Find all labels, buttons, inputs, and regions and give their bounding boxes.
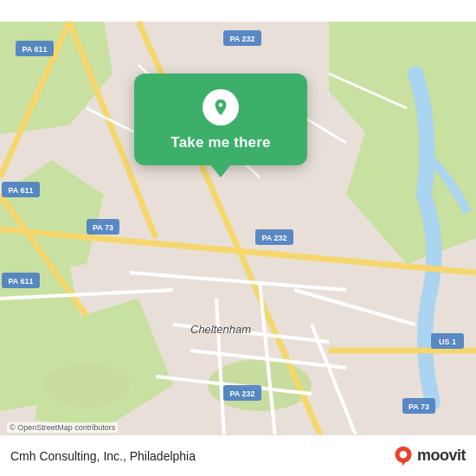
svg-point-8 [43, 363, 130, 407]
location-label: Cmh Consulting, Inc., Philadelphia [10, 449, 196, 463]
svg-text:PA 232: PA 232 [261, 234, 286, 242]
svg-text:PA 73: PA 73 [408, 402, 429, 411]
osm-attribution: © OpenStreetMap contributors [7, 422, 118, 433]
map-svg: PA 611 PA 611 PA 611 PA 232 PA 232 PA 23… [0, 0, 476, 476]
svg-text:PA 73: PA 73 [93, 223, 113, 232]
svg-text:PA 232: PA 232 [229, 35, 254, 43]
moovit-text: moovit [417, 447, 466, 465]
moovit-logo: moovit [392, 445, 466, 467]
take-me-there-button[interactable]: Take me there [170, 134, 270, 151]
map-container: PA 611 PA 611 PA 611 PA 232 PA 232 PA 23… [0, 0, 476, 476]
svg-point-48 [400, 450, 408, 458]
svg-text:PA 232: PA 232 [229, 389, 254, 398]
svg-text:PA 611: PA 611 [8, 277, 33, 286]
bottom-bar: Cmh Consulting, Inc., Philadelphia moovi… [0, 434, 476, 476]
svg-text:US 1: US 1 [439, 338, 456, 346]
svg-text:Cheltenham: Cheltenham [190, 323, 251, 336]
moovit-icon [392, 445, 415, 467]
popup-card: Take me there [134, 74, 307, 165]
svg-text:PA 611: PA 611 [8, 186, 33, 195]
svg-marker-49 [401, 460, 407, 466]
svg-text:PA 611: PA 611 [22, 45, 47, 54]
location-pin-icon [203, 89, 239, 125]
